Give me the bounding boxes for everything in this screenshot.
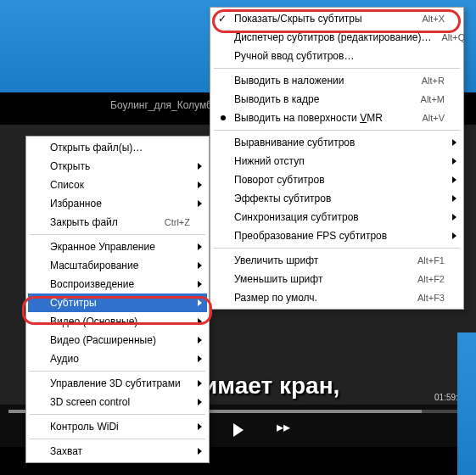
submenu-arrow-icon (198, 299, 202, 306)
menu-item[interactable]: Эффекты субтитров (212, 189, 462, 208)
submenu-arrow-icon (198, 399, 202, 405)
menu-item-label: Уменьшить шрифт (234, 273, 407, 285)
submenu-arrow-icon (452, 158, 456, 165)
menu-item-shortcut: Alt+Q (441, 32, 465, 42)
menu-item-label: Субтитры (50, 297, 190, 309)
menu-item-label: Поворот субтитров (234, 174, 445, 186)
menu-item[interactable]: Открыть файл(ы)… (28, 138, 207, 157)
menu-item-label: Управление 3D субтитрами (50, 377, 190, 389)
menu-item-shortcut: Alt+F1 (417, 255, 445, 265)
check-icon: ✓ (218, 13, 227, 25)
menu-item[interactable]: Захват (28, 442, 207, 461)
menu-item-label: Видео (Основные) (50, 316, 190, 327)
menu-item[interactable]: Уменьшить шрифтAlt+F2 (212, 270, 462, 288)
menu-item-label: Увеличить шрифт (234, 254, 407, 266)
menu-item-label: Масштабирование (50, 260, 190, 271)
menu-item[interactable]: Экранное Управление (28, 238, 207, 256)
menu-item-shortcut: Alt+M (421, 94, 445, 104)
menu-item-label: Закрыть файл (50, 216, 154, 228)
menu-item[interactable]: Открыть (28, 157, 207, 176)
menu-separator (214, 130, 460, 131)
menu-item-label: Видео (Расширенные) (50, 334, 190, 346)
menu-item-label: Выводить на поверхности VMR (234, 112, 412, 124)
menu-item-label: Преобразование FPS субтитров (234, 230, 445, 242)
submenu-arrow-icon (452, 214, 456, 221)
menu-item-label: Выводить в кадре (234, 93, 411, 105)
menu-item[interactable]: Увеличить шрифтAlt+F1 (212, 251, 462, 270)
menu-separator (214, 248, 460, 249)
submenu-arrow-icon (198, 182, 202, 188)
menu-item[interactable]: Преобразование FPS субтитров (212, 226, 462, 245)
submenu-arrow-icon (198, 337, 202, 344)
menu-item[interactable]: Видео (Основные) (28, 312, 207, 331)
submenu-arrow-icon (198, 200, 202, 207)
menu-item[interactable]: Субтитры (28, 293, 207, 312)
submenu-arrow-icon (452, 232, 456, 239)
menu-item-label: 3D screen control (50, 396, 190, 408)
menu-item-label: Выводить в наложении (234, 75, 412, 87)
menu-item-shortcut: Alt+V (422, 113, 445, 123)
menu-item-label: Захват (50, 445, 190, 457)
submenu-arrow-icon (198, 318, 202, 325)
radio-dot-icon (221, 115, 226, 120)
menu-item[interactable]: Воспроизведение (28, 275, 207, 293)
menu-separator (30, 439, 205, 439)
submenu-arrow-icon (198, 163, 202, 170)
menu-item-label: Эффекты субтитров (234, 193, 445, 204)
menu-item-label: Показать/Скрыть субтитры (234, 13, 412, 25)
menu-item-shortcut: Alt+X (422, 14, 445, 24)
menu-item[interactable]: Выводить в кадреAlt+M (212, 90, 462, 109)
menu-item[interactable]: Список (28, 176, 207, 194)
menu-item[interactable]: 3D screen control (28, 393, 207, 411)
menu-item-label: Избранное (50, 198, 190, 210)
desktop-background (457, 332, 476, 475)
menu-item[interactable]: Масштабирование (28, 256, 207, 275)
submenu-arrow-icon (198, 243, 202, 250)
menu-item-label: Экранное Управление (50, 241, 190, 253)
submenu-arrow-icon (452, 176, 456, 183)
menu-item[interactable]: Закрыть файлCtrl+Z (28, 213, 207, 232)
submenu-arrow-icon (198, 281, 202, 288)
menu-item-label: Открыть файл(ы)… (50, 142, 190, 154)
menu-item[interactable]: Контроль WiDi (28, 417, 207, 436)
menu-item-label: Контроль WiDi (50, 421, 190, 433)
submenu-arrow-icon (198, 423, 202, 430)
submenu-arrow-icon (198, 355, 202, 362)
menu-item[interactable]: Синхронизация субтитров (212, 208, 462, 226)
menu-item[interactable]: Избранное (28, 194, 207, 213)
menu-separator (30, 234, 205, 235)
menu-item[interactable]: ✓Показать/Скрыть субтитрыAlt+X (212, 9, 462, 28)
next-button[interactable]: ▸▸ (277, 419, 290, 435)
menu-item[interactable]: Управление 3D субтитрами (28, 374, 207, 393)
menu-separator (214, 68, 460, 69)
menu-item[interactable]: Размер по умолч.Alt+F3 (212, 288, 462, 307)
menu-item-label: Список (50, 179, 190, 191)
menu-item-label: Размер по умолч. (234, 292, 407, 304)
context-menu-subtitles: ✓Показать/Скрыть субтитрыAlt+XДиспетчер … (210, 7, 464, 310)
menu-item-shortcut: Alt+F2 (417, 274, 445, 284)
context-menu-main: Открыть файл(ы)…ОткрытьСписокИзбранноеЗа… (25, 136, 210, 463)
menu-item-label: Диспетчер субтитров (редактирование)… (234, 31, 431, 43)
menu-item-label: Открыть (50, 160, 190, 172)
menu-item[interactable]: Диспетчер субтитров (редактирование)…Alt… (212, 28, 462, 47)
menu-item[interactable]: Выводить в наложенииAlt+R (212, 71, 462, 90)
menu-item-shortcut: Ctrl+Z (165, 217, 190, 227)
menu-item-shortcut: Alt+F3 (417, 293, 445, 303)
submenu-arrow-icon (198, 262, 202, 269)
menu-separator (30, 414, 205, 415)
play-button[interactable] (233, 423, 244, 437)
menu-item-label: Выравнивание субтитров (234, 137, 445, 148)
menu-item-label: Синхронизация субтитров (234, 211, 445, 223)
menu-item[interactable]: Нижний отступ (212, 152, 462, 170)
menu-item-shortcut: Alt+R (422, 75, 445, 86)
menu-item[interactable]: Ручной ввод субтитров… (212, 47, 462, 65)
menu-item[interactable]: Поворот субтитров (212, 170, 462, 189)
submenu-arrow-icon (452, 139, 456, 146)
submenu-arrow-icon (452, 195, 456, 202)
menu-item[interactable]: Выравнивание субтитров (212, 133, 462, 152)
menu-item[interactable]: Выводить на поверхности VMRAlt+V (212, 109, 462, 127)
menu-item[interactable]: Аудио (28, 349, 207, 368)
menu-item-label: Аудио (50, 353, 190, 365)
menu-separator (30, 371, 205, 372)
menu-item[interactable]: Видео (Расширенные) (28, 331, 207, 349)
